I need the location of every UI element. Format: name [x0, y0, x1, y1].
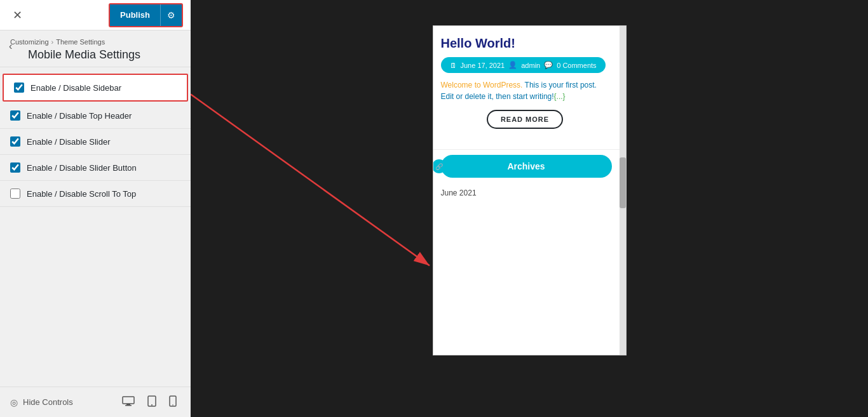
excerpt-green: {...} — [554, 92, 566, 101]
breadcrumb-theme-settings: Theme Settings — [56, 38, 105, 46]
post-comments: 0 Comments — [557, 62, 596, 69]
customizer-panel: ✕ Publish ⚙ ‹ Customizing › Theme Settin… — [0, 0, 191, 417]
svg-line-8 — [191, 95, 430, 266]
archives-heading: 🔗 Archives — [441, 155, 612, 178]
archives-list: June 2021 — [441, 184, 612, 202]
post-title: Hello World! — [441, 36, 609, 51]
svg-rect-1 — [126, 404, 130, 405]
scrollbar-thumb — [620, 157, 626, 208]
label-top-header: Enable / Disable Top Header — [27, 111, 132, 121]
back-button[interactable]: ‹ — [0, 36, 21, 57]
label-sidebar: Enable / Disable Sidebar — [31, 83, 121, 93]
preview-scrollbar[interactable] — [620, 26, 626, 355]
preview-content: Hello World! 🗓 June 17, 2021 👤 admin 💬 0… — [433, 26, 620, 149]
post-date: June 17, 2021 — [461, 62, 505, 69]
panel-header: ‹ Customizing › Theme Settings Mobile Me… — [0, 30, 191, 67]
device-tablet-button[interactable] — [144, 393, 160, 412]
setting-slider[interactable]: Enable / Disable Slider — [0, 129, 191, 155]
post-author: admin — [521, 62, 540, 69]
checkbox-scroll-top[interactable] — [10, 189, 20, 199]
settings-list: Enable / Disable Sidebar Enable / Disabl… — [0, 67, 191, 387]
widget-area: 🔗 Archives June 2021 — [433, 150, 620, 209]
panel-title: Mobile Media Settings — [28, 48, 180, 62]
device-icons — [118, 393, 180, 412]
post-author-icon: 👤 — [508, 61, 517, 69]
hide-controls-label: Hide Controls — [23, 397, 73, 407]
close-button[interactable]: ✕ — [8, 6, 27, 25]
label-slider: Enable / Disable Slider — [27, 137, 111, 147]
preview-frame: Hello World! 🗓 June 17, 2021 👤 admin 💬 0… — [433, 25, 627, 355]
post-meta: 🗓 June 17, 2021 👤 admin 💬 0 Comments — [441, 57, 606, 73]
archives-title: Archives — [507, 161, 545, 171]
setting-slider-button[interactable]: Enable / Disable Slider Button — [0, 155, 191, 181]
label-slider-button: Enable / Disable Slider Button — [27, 163, 137, 173]
setting-scroll-top[interactable]: Enable / Disable Scroll To Top — [0, 181, 191, 207]
label-scroll-top: Enable / Disable Scroll To Top — [27, 189, 136, 199]
checkbox-slider-button[interactable] — [10, 162, 20, 173]
excerpt-yellow: Welcome to WordPress. — [441, 81, 523, 89]
top-bar: ✕ Publish ⚙ — [0, 0, 191, 30]
archive-item: June 2021 — [441, 187, 612, 199]
setting-sidebar[interactable]: Enable / Disable Sidebar — [3, 74, 188, 102]
svg-rect-0 — [123, 397, 134, 404]
post-comments-icon: 💬 — [544, 61, 553, 69]
publish-button[interactable]: Publish — [110, 4, 160, 26]
svg-rect-2 — [125, 405, 132, 406]
svg-point-4 — [151, 404, 153, 406]
publish-settings-button[interactable]: ⚙ — [160, 4, 182, 26]
breadcrumb-arrow: › — [51, 38, 54, 46]
checkbox-top-header[interactable] — [10, 110, 20, 121]
breadcrumb: Customizing › Theme Settings — [10, 38, 180, 46]
read-more-button[interactable]: READ MORE — [487, 110, 563, 129]
hide-controls-button[interactable]: ◎ Hide Controls — [10, 397, 73, 407]
svg-point-6 — [172, 404, 173, 406]
post-date-icon: 🗓 — [450, 62, 457, 69]
widget-link-icon: 🔗 — [433, 159, 446, 173]
preview-area: Hello World! 🗓 June 17, 2021 👤 admin 💬 0… — [191, 0, 868, 417]
checkbox-sidebar[interactable] — [14, 83, 24, 93]
setting-top-header[interactable]: Enable / Disable Top Header — [0, 103, 191, 129]
publish-area: Publish ⚙ — [109, 3, 183, 27]
bottom-bar: ◎ Hide Controls — [0, 387, 191, 417]
post-excerpt: Welcome to WordPress. This is your first… — [441, 79, 609, 102]
hide-controls-icon: ◎ — [10, 397, 18, 407]
device-mobile-button[interactable] — [165, 393, 180, 412]
checkbox-slider[interactable] — [10, 136, 20, 147]
device-desktop-button[interactable] — [118, 393, 139, 412]
